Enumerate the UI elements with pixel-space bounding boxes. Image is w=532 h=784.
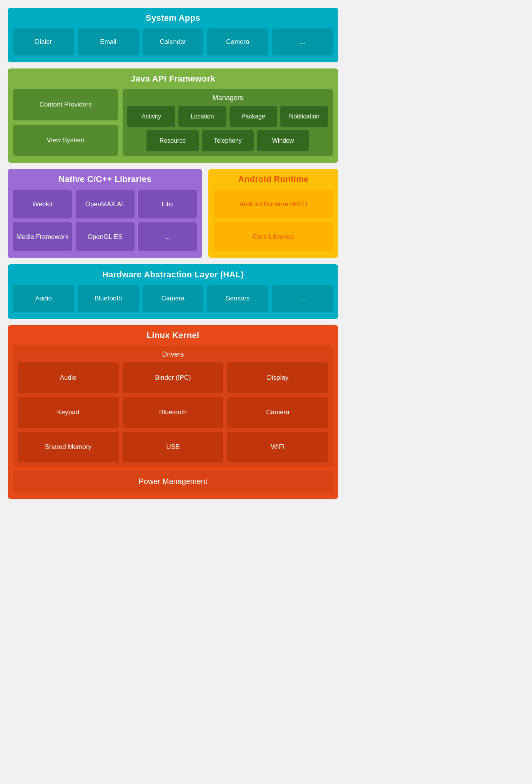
tile-package: Package [229, 106, 278, 127]
tile-calendar: Calendar [143, 28, 203, 55]
hal-layer: Hardware Abstraction Layer (HAL) Audio B… [8, 264, 338, 319]
system-apps-layer: System Apps Dialer Email Calendar Camera… [8, 8, 338, 62]
managers-box: Managers Activity Location Package Notif… [123, 89, 333, 156]
tile-media-framework: Media Framework [13, 222, 72, 251]
tile-driver-wifi: WIFI [227, 432, 328, 462]
linux-kernel-title: Linux Kernel [13, 330, 333, 340]
managers-row2: Resource Telephony Window [127, 130, 328, 151]
drivers-grid: Audio Binder (IPC) Display Keypad Blueto… [18, 362, 328, 462]
native-cpp-layer: Native C/C++ Libraries Webkit OpenMAX AL… [8, 169, 202, 258]
tile-driver-keypad: Keypad [18, 397, 119, 428]
tile-more: ... [272, 28, 333, 55]
tile-webkit: Webkit [13, 190, 72, 219]
android-runtime-title: Android Runtime [214, 174, 333, 184]
tile-dialer: Dialer [13, 28, 74, 55]
tile-driver-usb: USB [123, 432, 224, 462]
drivers-box: Drivers Audio Binder (IPC) Display Keypa… [13, 346, 333, 467]
tile-telephony: Telephony [202, 130, 254, 151]
system-apps-title: System Apps [13, 13, 333, 23]
tile-driver-audio: Audio [18, 362, 119, 393]
hal-grid: Audio Bluetooth Camera Sensors ... [13, 285, 333, 312]
tile-activity: Activity [127, 106, 175, 127]
drivers-title: Drivers [18, 350, 328, 359]
tile-location: Location [178, 106, 226, 127]
native-cpp-title: Native C/C++ Libraries [13, 174, 197, 184]
system-apps-grid: Dialer Email Calendar Camera ... [13, 28, 333, 55]
tile-art: Android Runtime (ART) [214, 190, 333, 219]
java-api-inner: Content Providers View System Managers A… [13, 89, 333, 156]
tile-email: Email [78, 28, 138, 55]
tile-driver-bluetooth: Bluetooth [123, 397, 224, 428]
tile-driver-display: Display [227, 362, 328, 393]
tile-hal-sensors: Sensors [207, 285, 268, 312]
tile-hal-audio: Audio [13, 285, 74, 312]
tile-driver-binder: Binder (IPC) [123, 362, 224, 393]
tile-core-libs: Core Libraries [214, 222, 333, 251]
native-cpp-grid: Webkit OpenMAX AL Libc Media Framework O… [13, 190, 197, 251]
hal-title: Hardware Abstraction Layer (HAL) [13, 270, 333, 280]
java-api-title: Java API Framework [13, 74, 333, 84]
tile-view-system: View System [13, 125, 118, 156]
java-api-left: Content Providers View System [13, 89, 118, 156]
tile-openmax: OpenMAX AL [76, 190, 135, 219]
java-api-layer: Java API Framework Content Providers Vie… [8, 68, 338, 163]
tile-driver-shared-memory: Shared Memory [18, 432, 119, 462]
tile-hal-bluetooth: Bluetooth [78, 285, 138, 312]
tile-notification: Notification [280, 106, 328, 127]
managers-title: Managers [127, 94, 328, 102]
native-runtime-row: Native C/C++ Libraries Webkit OpenMAX AL… [8, 169, 338, 258]
power-management: Power Management [13, 471, 333, 492]
tile-hal-more: ... [272, 285, 333, 312]
tile-window: Window [257, 130, 309, 151]
tile-cpp-more: ... [138, 222, 197, 251]
tile-camera: Camera [207, 28, 268, 55]
android-runtime-layer: Android Runtime Android Runtime (ART) Co… [208, 169, 338, 258]
tile-hal-camera: Camera [143, 285, 203, 312]
tile-resource: Resource [146, 130, 199, 151]
managers-row1: Activity Location Package Notification [127, 106, 328, 127]
tile-driver-camera: Camera [227, 397, 328, 428]
tile-libc: Libc [138, 190, 197, 219]
linux-kernel-layer: Linux Kernel Drivers Audio Binder (IPC) … [8, 325, 338, 499]
android-runtime-grid: Android Runtime (ART) Core Libraries [214, 190, 333, 251]
tile-opengl: OpenGL ES [76, 222, 135, 251]
tile-content-providers: Content Providers [13, 89, 118, 120]
